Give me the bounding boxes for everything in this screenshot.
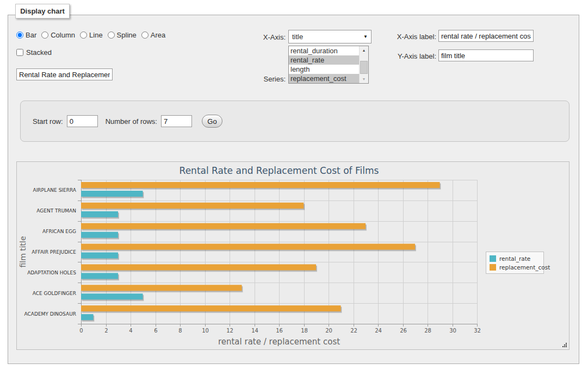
y-category-label: AGENT TRUMAN [36,208,76,214]
x-axis-select-value: title [292,33,303,41]
chart-type-option-area: Area [141,31,165,39]
bar-replacement_cost-affair-prejudice [81,244,415,250]
legend-item-rental_rate[interactable]: rental_rate [499,255,530,262]
legend-swatch-rental_rate [490,255,496,262]
chart-title: Rental Rate and Replacement Cost of Film… [180,165,379,176]
x-tick-label: 26 [400,328,407,334]
chart-type-label: Spline [117,31,137,39]
bar-chart: AIRPLANE SIERRAAGENT TRUMANAFRICAN EGGAF… [17,162,569,349]
fieldset-legend-text: Display chart [20,7,65,15]
x-tick-label: 4 [129,328,132,334]
x-axis-title: rental rate / replacement cost [218,337,340,347]
x-tick-label: 10 [202,328,209,334]
y-axis-label-label: Y-Axis label: [388,52,436,60]
bar-rental_rate-airplane-sierra [81,191,143,197]
chart-type-label: Line [89,31,103,39]
chart-type-label: Bar [26,31,36,39]
stacked-checkbox[interactable] [16,49,23,56]
series-option-length[interactable]: length [289,65,359,74]
bar-replacement_cost-ace-goldfinger [81,285,242,291]
x-tick-label: 30 [449,328,456,334]
bar-replacement_cost-airplane-sierra [81,182,440,188]
chart-type-radio-group: BarColumnLineSplineArea [16,31,165,39]
chart-type-label: Area [151,31,165,39]
bar-rental_rate-academy-dinosaur [81,314,94,320]
chart-type-option-column: Column [41,31,75,39]
y-category-label: ADAPTATION HOLES [27,270,76,275]
chart-title-input[interactable] [16,68,113,80]
x-tick-label: 6 [154,328,157,334]
chart-type-label: Column [51,31,75,39]
bar-replacement_cost-academy-dinosaur [81,305,341,311]
x-tick-label: 28 [424,328,431,334]
scrollbar-thumb[interactable] [360,61,368,74]
x-tick-label: 24 [375,328,382,334]
number-of-rows-input[interactable] [161,115,192,127]
x-tick-label: 8 [178,328,182,334]
bar-replacement_cost-african-egg [81,223,366,229]
x-tick-label: 16 [276,328,283,334]
series-listbox[interactable]: rental_durationrental_ratelengthreplacem… [288,46,369,84]
series-listbox-scrollbar[interactable]: ▲ ▼ [359,46,368,83]
chart-type-radio-area[interactable] [141,32,148,39]
chevron-down-icon: ▼ [363,34,368,39]
series-option-rental_duration[interactable]: rental_duration [289,46,359,55]
scroll-up-icon[interactable]: ▲ [360,46,368,54]
x-axis-select-label: X-Axis: [245,33,286,41]
fieldset-legend: Display chart [15,4,70,18]
bar-rental_rate-african-egg [81,232,118,238]
chart-type-option-line: Line [80,31,103,39]
x-tick-label: 0 [79,328,83,334]
bar-rental_rate-agent-truman [81,211,118,217]
x-tick-label: 12 [226,328,233,334]
stacked-label: Stacked [26,48,52,57]
chart-type-radio-bar[interactable] [16,32,23,39]
bar-rental_rate-affair-prejudice [81,253,118,259]
scroll-down-icon[interactable]: ▼ [360,75,368,83]
bar-replacement_cost-agent-truman [81,203,304,209]
resize-handle-icon[interactable] [561,342,567,348]
chart-type-radio-line[interactable] [80,32,87,39]
stacked-option: Stacked [16,48,52,57]
x-tick-label: 20 [325,328,332,334]
number-of-rows-label: Number of rows: [106,117,157,126]
bar-rental_rate-adaptation-holes [81,273,118,279]
row-range-panel: Start row: Number of rows: Go [20,101,570,142]
x-axis-label-input[interactable] [438,30,534,42]
y-category-label: AFRICAN EGG [42,229,76,234]
x-axis-select[interactable]: title ▼ [288,30,372,43]
go-button[interactable]: Go [202,115,222,128]
x-tick-label: 22 [350,328,357,334]
x-tick-label: 14 [251,328,258,334]
bar-replacement_cost-adaptation-holes [81,264,316,270]
y-axis-title: film title [18,236,27,267]
chart-type-radio-column[interactable] [41,32,48,39]
series-list-label: Series: [245,75,286,83]
y-category-label: ACE GOLDFINGER [33,291,76,296]
y-category-label: ACADEMY DINOSAUR [24,311,76,317]
series-option-replacement_cost[interactable]: replacement_cost [289,74,359,83]
y-category-label: AIRPLANE SIERRA [33,187,76,193]
y-axis-label-input[interactable] [438,49,534,61]
chart-type-option-bar: Bar [16,31,36,39]
chart-type-radio-spline[interactable] [108,32,115,39]
legend-item-replacement_cost[interactable]: replacement_cost [499,264,550,271]
start-row-label: Start row: [33,117,63,126]
x-tick-label: 18 [301,328,308,334]
chart-type-option-spline: Spline [108,31,137,39]
x-tick-label: 2 [104,328,108,334]
x-tick-label: 32 [474,328,481,334]
legend-swatch-replacement_cost [490,264,496,271]
series-option-rental_rate[interactable]: rental_rate [289,55,359,65]
x-axis-label-label: X-Axis label: [388,33,436,41]
chart-container: AIRPLANE SIERRAAGENT TRUMANAFRICAN EGGAF… [16,161,570,350]
start-row-input[interactable] [67,115,98,127]
y-category-label: AFFAIR PREJUDICE [32,249,76,255]
series-options: rental_durationrental_ratelengthreplacem… [289,46,359,83]
page: Display chart BarColumnLineSplineArea St… [0,0,588,370]
bar-rental_rate-ace-goldfinger [81,293,143,299]
